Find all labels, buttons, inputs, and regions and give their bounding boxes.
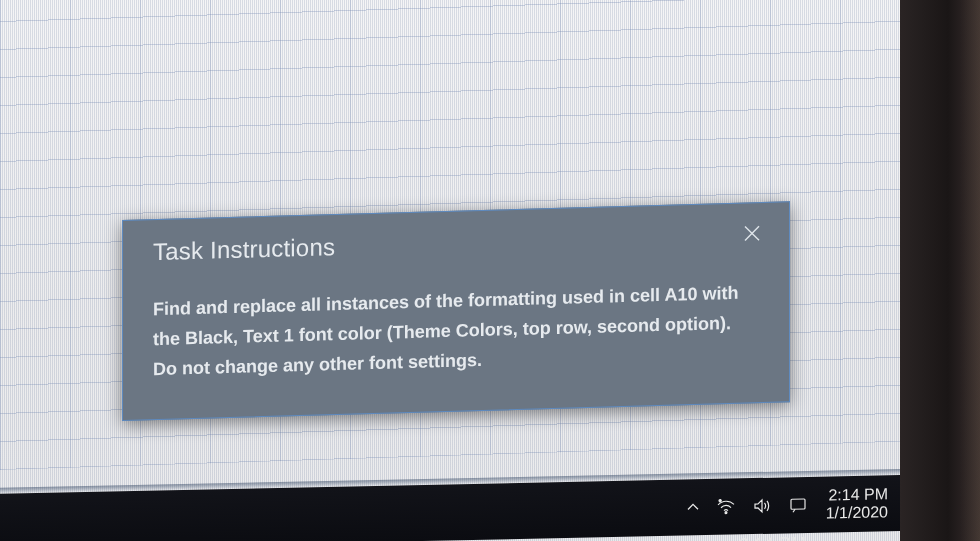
ghost-time-reflection: 2:14 PM [739,533,806,541]
taskbar: * 2:14 PM 1/1/2020 [0,475,900,541]
taskbar-time: 2:14 PM [828,485,888,505]
chevron-up-icon[interactable] [686,500,700,514]
dialog-title: Task Instructions [153,233,335,266]
taskbar-date: 1/1/2020 [826,503,888,523]
speaker-icon[interactable] [752,496,772,516]
notifications-icon[interactable] [788,495,808,515]
wifi-icon[interactable]: * [716,496,736,516]
svg-rect-5 [791,499,805,509]
close-icon [742,223,762,248]
screen-area: Task Instructions Find and replace all i… [0,0,900,541]
taskbar-clock[interactable]: 2:14 PM 1/1/2020 [826,485,888,523]
svg-marker-4 [755,500,762,512]
monitor-bezel-right [900,0,980,541]
dialog-body-text: Find and replace all instances of the fo… [123,254,789,419]
svg-point-2 [725,512,727,514]
close-button[interactable] [741,224,763,247]
task-instructions-dialog: Task Instructions Find and replace all i… [122,201,790,420]
system-tray[interactable]: * [686,495,808,518]
